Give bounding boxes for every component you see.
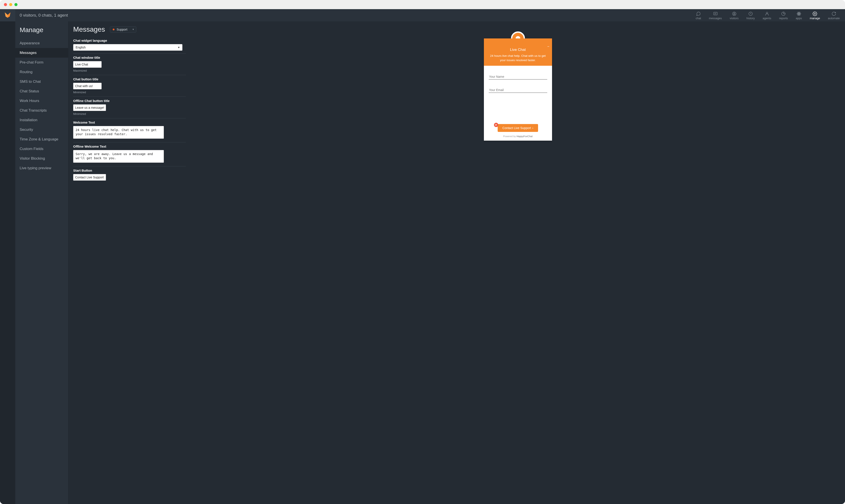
topnav-label: reports xyxy=(779,17,788,20)
topnav-label: apps xyxy=(796,17,802,20)
textarea-welcome-text[interactable] xyxy=(73,126,164,139)
contact-support-label: Contact Live Support xyxy=(503,126,531,130)
status-text: 0 visitors, 0 chats, 1 agent xyxy=(20,13,68,18)
nav-reports[interactable]: reports xyxy=(778,9,789,21)
sidebar-title: Manage xyxy=(15,25,68,38)
label-offline-welcome: Offline Welcome Text xyxy=(73,145,186,148)
nav-visitors[interactable]: visitors xyxy=(729,9,739,21)
contact-support-button[interactable]: Contact Live Support › xyxy=(498,124,538,132)
label-button-title: Chat button title xyxy=(73,77,186,81)
label-offline-button: Offline Chat button title xyxy=(73,99,186,103)
label-welcome-text: Welcome Text xyxy=(73,121,186,124)
form-column: Messages Support ▾ Chat widget language … xyxy=(68,21,191,504)
nav-apps[interactable]: apps xyxy=(795,9,803,21)
group-welcome-text: Welcome Text xyxy=(73,118,186,142)
top-nav: chatmessagesvisitorshistoryagentsreports… xyxy=(695,9,845,21)
sidebar: Manage AppearanceMessagesPre-chat FormRo… xyxy=(15,21,68,504)
powered-prefix: Powered by xyxy=(503,135,516,138)
label-window-title: Chat window title xyxy=(73,56,186,59)
sidebar-item-pre-chat-form[interactable]: Pre-chat Form xyxy=(15,58,68,67)
topnav-label: history xyxy=(746,17,755,20)
label-start-button: Start Button xyxy=(73,168,186,172)
status-dot-icon xyxy=(113,29,115,30)
powered-link[interactable]: HappyFoxChat xyxy=(516,135,532,138)
group-offline-welcome: Offline Welcome Text xyxy=(73,142,186,166)
chat-email-field[interactable] xyxy=(489,87,547,93)
agent-icon xyxy=(764,11,770,16)
input-button-title[interactable] xyxy=(73,83,102,89)
sidebar-item-appearance[interactable]: Appearance xyxy=(15,38,68,48)
topnav-label: messages xyxy=(709,17,722,20)
fox-logo-icon xyxy=(4,12,11,19)
input-start-button[interactable] xyxy=(73,174,106,181)
chat-bubble-icon xyxy=(696,11,701,16)
sidebar-item-sms-to-chat[interactable]: SMS to Chat xyxy=(15,77,68,87)
chat-body xyxy=(484,66,552,122)
nav-chat[interactable]: chat xyxy=(695,9,702,21)
user-circle-icon xyxy=(732,11,737,16)
sidebar-item-visitor-blocking[interactable]: Visitor Blocking xyxy=(15,154,68,163)
topnav-label: manage xyxy=(810,17,820,20)
svg-rect-0 xyxy=(714,12,717,15)
sidebar-item-routing[interactable]: Routing xyxy=(15,67,68,77)
profile-select-label: Support xyxy=(117,28,127,31)
profile-select[interactable]: Support ▾ xyxy=(110,26,136,33)
sidebar-item-messages[interactable]: Messages xyxy=(15,48,68,58)
label-chat-language: Chat widget language xyxy=(73,39,186,42)
chat-footer: ⟳ Contact Live Support › Powered by Happ… xyxy=(484,122,552,141)
app-window: 0 visitors, 0 chats, 1 agent chatmessage… xyxy=(0,0,845,504)
select-chat-language[interactable]: English ▼ xyxy=(73,44,182,51)
sidebar-item-security[interactable]: Security xyxy=(15,125,68,134)
svg-point-8 xyxy=(798,13,799,14)
form-header: Messages Support ▾ xyxy=(73,25,186,33)
maximize-icon[interactable] xyxy=(14,3,17,6)
chat-name-field[interactable] xyxy=(489,74,547,79)
group-start-button: Start Button xyxy=(73,166,186,183)
logo-container xyxy=(0,9,15,21)
hint-offline-button: Minimized xyxy=(73,112,186,115)
svg-point-4 xyxy=(734,13,735,14)
nav-history[interactable]: history xyxy=(745,9,756,21)
topnav-label: agents xyxy=(763,17,771,20)
input-offline-button[interactable] xyxy=(73,104,106,111)
hint-window-title: Maximized xyxy=(73,69,186,72)
preview-column: – Live Chat 24 hours live chat help. Cha… xyxy=(191,21,845,504)
powered-by: Powered by HappyFoxChat xyxy=(503,135,533,138)
group-button-title: Chat button title Minimized xyxy=(73,75,186,97)
topnav-label: visitors xyxy=(730,17,738,20)
refresh-icon xyxy=(831,11,836,16)
sidebar-item-custom-fields[interactable]: Custom Fields xyxy=(15,144,68,154)
group-chat-language: Chat widget language English ▼ xyxy=(73,36,186,54)
sidebar-item-work-hours[interactable]: Work Hours xyxy=(15,96,68,106)
left-gutter xyxy=(0,21,15,504)
input-window-title[interactable] xyxy=(73,61,102,68)
group-window-title: Chat window title Maximized xyxy=(73,54,186,75)
gear-icon xyxy=(812,11,817,16)
sidebar-item-time-zone-language[interactable]: Time Zone & Language xyxy=(15,134,68,144)
svg-point-12 xyxy=(814,13,816,14)
loading-spinner-icon: ⟳ xyxy=(494,123,498,127)
sidebar-item-chat-status[interactable]: Chat Status xyxy=(15,87,68,96)
app-root: 0 visitors, 0 chats, 1 agent chatmessage… xyxy=(0,9,845,504)
close-icon[interactable] xyxy=(4,3,7,6)
sidebar-item-chat-transcripts[interactable]: Chat Transcripts xyxy=(15,106,68,115)
caret-down-icon: ▼ xyxy=(178,46,180,49)
nav-messages[interactable]: messages xyxy=(708,9,723,21)
nav-automate[interactable]: automate xyxy=(827,9,841,21)
message-square-icon xyxy=(713,11,718,16)
minimize-chat-icon[interactable]: – xyxy=(547,44,549,49)
select-chat-language-value: English xyxy=(75,46,86,49)
atom-icon xyxy=(796,11,801,16)
topnav-label: chat xyxy=(696,17,701,20)
minimize-icon[interactable] xyxy=(9,3,12,6)
sidebar-item-live-typing-preview[interactable]: Live typing preview xyxy=(15,163,68,173)
pie-chart-icon xyxy=(781,11,786,16)
group-offline-button: Offline Chat button title Minimized xyxy=(73,97,186,118)
sidebar-item-installation[interactable]: Installation xyxy=(15,115,68,125)
nav-agents[interactable]: agents xyxy=(762,9,772,21)
history-icon xyxy=(748,11,753,16)
nav-manage[interactable]: manage xyxy=(809,9,821,21)
textarea-offline-welcome[interactable] xyxy=(73,150,164,163)
chat-title: Live Chat xyxy=(488,48,548,52)
chat-widget-preview: – Live Chat 24 hours live chat help. Cha… xyxy=(484,38,552,141)
